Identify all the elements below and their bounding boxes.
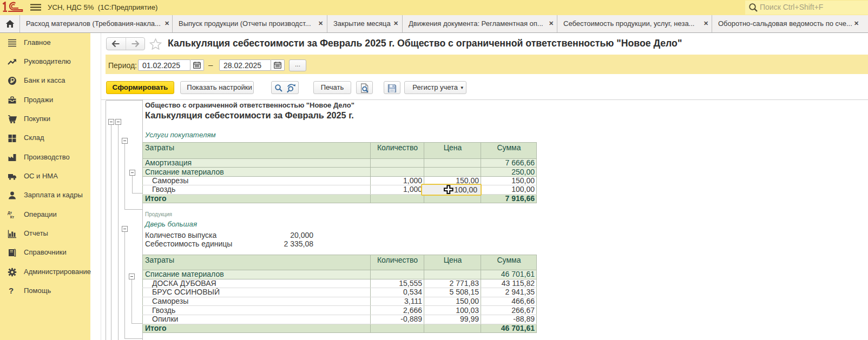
svg-text:Дт: Дт: [8, 211, 12, 215]
svg-text:Кт: Кт: [10, 215, 15, 219]
